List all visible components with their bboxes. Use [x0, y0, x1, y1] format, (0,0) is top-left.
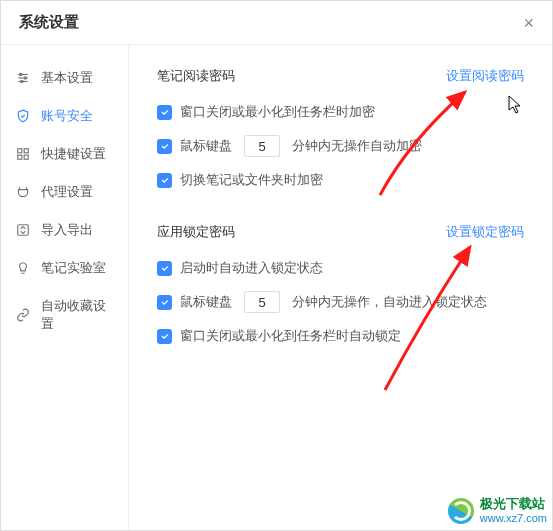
- sidebar-item-label: 快捷键设置: [41, 145, 106, 163]
- option-label: 窗口关闭或最小化到任务栏时加密: [180, 103, 375, 121]
- shield-icon: [15, 108, 31, 124]
- checkbox[interactable]: [157, 173, 172, 188]
- sidebar-item-label: 笔记实验室: [41, 259, 106, 277]
- sidebar: 基本设置 账号安全 快捷键设置 代理设置 导入导出 笔记实验室: [1, 45, 129, 530]
- titlebar: 系统设置 ×: [1, 1, 552, 45]
- bulb-icon: [15, 260, 31, 276]
- option-label-pre: 鼠标键盘: [180, 293, 232, 311]
- content: 笔记阅读密码 设置阅读密码 窗口关闭或最小化到任务栏时加密 鼠标键盘 分钟内无操…: [129, 45, 552, 530]
- section-header: 应用锁定密码 设置锁定密码: [157, 223, 524, 241]
- option-label-post: 分钟内无操作自动加密: [292, 137, 422, 155]
- svg-rect-7: [24, 149, 28, 153]
- watermark-text: 极光下载站 www.xz7.com: [480, 497, 547, 525]
- section-title: 应用锁定密码: [157, 223, 235, 241]
- settings-window: 系统设置 × 基本设置 账号安全 快捷键设置 代理设置 导入导出: [0, 0, 553, 531]
- watermark-url: www.xz7.com: [480, 512, 547, 525]
- sidebar-item-auto-collect[interactable]: 自动收藏设置: [1, 287, 128, 343]
- option-label: 切换笔记或文件夹时加密: [180, 171, 323, 189]
- set-lock-password-link[interactable]: 设置锁定密码: [446, 223, 524, 241]
- sidebar-item-basic[interactable]: 基本设置: [1, 59, 128, 97]
- svg-rect-8: [18, 155, 22, 159]
- svg-rect-9: [24, 155, 28, 159]
- checkbox[interactable]: [157, 105, 172, 120]
- set-read-password-link[interactable]: 设置阅读密码: [446, 67, 524, 85]
- sidebar-item-label: 导入导出: [41, 221, 93, 239]
- watermark-name: 极光下载站: [480, 497, 547, 512]
- link-icon: [15, 307, 31, 323]
- sidebar-item-security[interactable]: 账号安全: [1, 97, 128, 135]
- body: 基本设置 账号安全 快捷键设置 代理设置 导入导出 笔记实验室: [1, 45, 552, 530]
- section-title: 笔记阅读密码: [157, 67, 235, 85]
- keyboard-icon: [15, 146, 31, 162]
- sidebar-item-lab[interactable]: 笔记实验室: [1, 249, 128, 287]
- option-row: 鼠标键盘 分钟内无操作，自动进入锁定状态: [157, 291, 524, 313]
- sidebar-item-proxy[interactable]: 代理设置: [1, 173, 128, 211]
- checkbox[interactable]: [157, 139, 172, 154]
- plug-icon: [15, 184, 31, 200]
- option-label-post: 分钟内无操作，自动进入锁定状态: [292, 293, 487, 311]
- section-header: 笔记阅读密码 设置阅读密码: [157, 67, 524, 85]
- sidebar-item-label: 自动收藏设置: [41, 297, 114, 333]
- option-label: 启动时自动进入锁定状态: [180, 259, 323, 277]
- window-title: 系统设置: [19, 13, 79, 32]
- sidebar-item-shortcut[interactable]: 快捷键设置: [1, 135, 128, 173]
- sidebar-item-label: 基本设置: [41, 69, 93, 87]
- transfer-icon: [15, 222, 31, 238]
- watermark-logo-icon: [448, 498, 474, 524]
- checkbox[interactable]: [157, 329, 172, 344]
- checkbox[interactable]: [157, 295, 172, 310]
- close-icon[interactable]: ×: [523, 14, 534, 32]
- sidebar-item-label: 代理设置: [41, 183, 93, 201]
- option-label: 窗口关闭或最小化到任务栏时自动锁定: [180, 327, 401, 345]
- sliders-icon: [15, 70, 31, 86]
- option-row: 启动时自动进入锁定状态: [157, 259, 524, 277]
- option-row: 窗口关闭或最小化到任务栏时加密: [157, 103, 524, 121]
- minutes-input[interactable]: [244, 291, 280, 313]
- option-row: 鼠标键盘 分钟内无操作自动加密: [157, 135, 524, 157]
- option-row: 窗口关闭或最小化到任务栏时自动锁定: [157, 327, 524, 345]
- minutes-input[interactable]: [244, 135, 280, 157]
- sidebar-item-label: 账号安全: [41, 107, 93, 125]
- svg-rect-6: [18, 149, 22, 153]
- section-read-password: 笔记阅读密码 设置阅读密码 窗口关闭或最小化到任务栏时加密 鼠标键盘 分钟内无操…: [157, 67, 524, 189]
- section-lock-password: 应用锁定密码 设置锁定密码 启动时自动进入锁定状态 鼠标键盘 分钟内无操作，自动…: [157, 223, 524, 345]
- checkbox[interactable]: [157, 261, 172, 276]
- option-label-pre: 鼠标键盘: [180, 137, 232, 155]
- sidebar-item-import-export[interactable]: 导入导出: [1, 211, 128, 249]
- watermark: 极光下载站 www.xz7.com: [448, 497, 547, 525]
- option-row: 切换笔记或文件夹时加密: [157, 171, 524, 189]
